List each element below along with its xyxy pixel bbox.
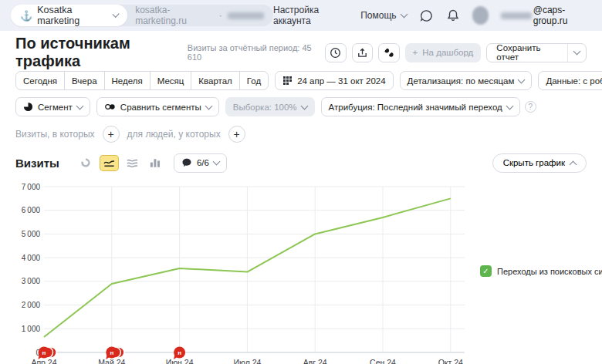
area-chart-type-button[interactable] bbox=[123, 155, 142, 171]
account-settings-link[interactable]: Настройка аккаунта bbox=[273, 5, 348, 26]
counter-domain: kosatka-marketing.ru bbox=[135, 5, 214, 26]
detail-label: Детализация: по месяцам bbox=[408, 76, 515, 86]
period-month-button[interactable]: Месяц bbox=[150, 71, 192, 90]
goals-button[interactable] bbox=[378, 43, 400, 62]
counter-switcher: ⚓ Kosatka marketing kosatka-marketing.ru… bbox=[11, 5, 273, 26]
page-title: По источникам трафика bbox=[15, 35, 188, 70]
chart-header: Визиты 6/6 Скрыть график bbox=[15, 153, 587, 173]
avatar[interactable] bbox=[472, 6, 489, 25]
period-today-button[interactable]: Сегодня bbox=[15, 71, 65, 90]
export-icon bbox=[357, 47, 368, 59]
sampling-select[interactable]: Выборка: 100% bbox=[225, 97, 315, 116]
save-report-dropdown[interactable] bbox=[567, 44, 586, 62]
help-label: Помощь bbox=[360, 10, 396, 21]
plus-icon: + bbox=[107, 128, 113, 140]
svg-text:Апр 24: Апр 24 bbox=[31, 358, 56, 364]
date-range-button[interactable]: 24 апр — 31 окт 2024 bbox=[275, 71, 393, 90]
data-mode-select[interactable]: Данные: с роботами bbox=[538, 71, 602, 90]
period-year-button[interactable]: Год bbox=[239, 71, 269, 90]
columns-chart-icon bbox=[150, 158, 161, 168]
chat-bubble-icon bbox=[419, 8, 434, 23]
legend-item[interactable]: ✓ Переходы из поисковых систем bbox=[480, 265, 602, 277]
period-yesterday-button[interactable]: Вчера bbox=[64, 71, 104, 90]
svg-text:Июл 24: Июл 24 bbox=[233, 358, 261, 364]
svg-text:4 000: 4 000 bbox=[22, 254, 41, 262]
data-mode-label: Данные: с роботами bbox=[546, 76, 602, 86]
segment-button[interactable]: Сегмент bbox=[15, 97, 90, 116]
hide-chart-label: Скрыть график bbox=[503, 158, 565, 167]
add-visits-filter-button[interactable]: + bbox=[103, 126, 120, 143]
chevron-down-icon bbox=[400, 11, 408, 19]
help-menu[interactable]: Помощь bbox=[360, 10, 406, 21]
user-email[interactable]: @caps-group.ru bbox=[501, 5, 591, 26]
svg-text:н: н bbox=[110, 349, 113, 356]
metric-title: Визиты bbox=[15, 157, 59, 170]
svg-text:н: н bbox=[42, 349, 46, 356]
bell-icon bbox=[446, 8, 460, 22]
compare-segments-button[interactable]: Сравнить сегменты bbox=[96, 97, 219, 116]
chevron-down-icon bbox=[212, 158, 220, 166]
pie-chart-type-button[interactable] bbox=[76, 155, 96, 171]
svg-text:5 000: 5 000 bbox=[22, 230, 41, 238]
check-icon: ✓ bbox=[482, 267, 489, 275]
chevron-down-icon bbox=[300, 102, 308, 110]
chevron-down-icon bbox=[112, 11, 119, 18]
note-marker[interactable]: н bbox=[106, 347, 124, 360]
counter-select[interactable]: ⚓ Kosatka marketing bbox=[11, 5, 127, 26]
visits-period-summary: Визиты за отчётный период: 45 610 bbox=[188, 43, 316, 62]
add-people-filter-button[interactable]: + bbox=[228, 126, 245, 143]
attribution-select[interactable]: Атрибуция: Последний значимый переход bbox=[321, 97, 520, 116]
period-quarter-button[interactable]: Квартал bbox=[191, 71, 239, 90]
chat-button[interactable] bbox=[419, 8, 434, 23]
pie-segment-icon bbox=[23, 102, 33, 112]
svg-text:3 000: 3 000 bbox=[22, 277, 41, 285]
save-report-label: Сохранить отчет bbox=[496, 43, 557, 62]
blurred-counter-id bbox=[228, 12, 264, 19]
column-chart-type-button[interactable] bbox=[146, 155, 165, 171]
double-teardrop-icon bbox=[383, 47, 394, 59]
anchor-icon: ⚓ bbox=[20, 11, 32, 21]
note-marker[interactable]: н bbox=[39, 347, 57, 360]
svg-text:Июн 24: Июн 24 bbox=[166, 358, 194, 364]
period-row: Сегодня Вчера Неделя Месяц Квартал Год 2… bbox=[15, 71, 587, 90]
notifications-button[interactable] bbox=[446, 8, 460, 22]
svg-text:н: н bbox=[178, 349, 181, 356]
topbar-right: Настройка аккаунта Помощь @caps-group.ru bbox=[273, 5, 591, 26]
hide-chart-button[interactable]: Скрыть график bbox=[492, 153, 587, 173]
detail-select[interactable]: Детализация: по месяцам bbox=[400, 71, 533, 90]
chevron-down-icon bbox=[506, 102, 513, 110]
account-settings-label: Настройка аккаунта bbox=[273, 5, 348, 26]
svg-text:Авг 24: Авг 24 bbox=[303, 358, 327, 364]
series-count-select[interactable]: 6/6 bbox=[174, 153, 227, 173]
svg-text:6 000: 6 000 bbox=[22, 206, 41, 214]
chart-area: 01 0002 0003 0004 0005 0006 0007 000Апр … bbox=[15, 179, 587, 364]
visits-period-label: Визиты за отчётный период: bbox=[188, 43, 300, 52]
schedule-button[interactable] bbox=[325, 43, 347, 62]
report-title-row: По источникам трафика Визиты за отчётный… bbox=[15, 41, 587, 64]
blurred-user-name bbox=[501, 12, 532, 19]
legend-checkbox[interactable]: ✓ bbox=[480, 265, 492, 277]
period-week-button[interactable]: Неделя bbox=[104, 71, 150, 90]
help-question-icon[interactable]: ? bbox=[525, 101, 536, 113]
svg-text:2 000: 2 000 bbox=[22, 301, 41, 309]
plus-icon: + bbox=[413, 48, 418, 57]
chart-type-switcher: 6/6 bbox=[76, 153, 227, 173]
export-button[interactable] bbox=[352, 43, 374, 62]
counter-domain-group: kosatka-marketing.ru · bbox=[135, 5, 264, 26]
save-report-button[interactable]: Сохранить отчет bbox=[487, 44, 566, 62]
svg-text:Сен 24: Сен 24 bbox=[370, 358, 396, 364]
compare-segments-icon bbox=[104, 102, 116, 112]
period-segmented-control: Сегодня Вчера Неделя Месяц Квартал Год bbox=[15, 71, 269, 90]
segment-row: Сегмент Сравнить сегменты Выборка: 100% … bbox=[15, 97, 587, 116]
donut-chart-icon bbox=[80, 157, 91, 168]
topbar: ⚓ Kosatka marketing kosatka-marketing.ru… bbox=[0, 0, 602, 31]
chevron-down-icon bbox=[76, 102, 83, 110]
dot-separator: · bbox=[219, 10, 222, 21]
calendar-grid-icon bbox=[282, 76, 293, 86]
svg-text:Окт 24: Окт 24 bbox=[438, 358, 463, 364]
filters-row: Визиты, в которых + для людей, у которых… bbox=[15, 125, 587, 143]
line-chart-type-button[interactable] bbox=[100, 155, 119, 171]
user-email-suffix: @caps-group.ru bbox=[533, 5, 591, 26]
add-to-dashboard-button[interactable]: + На дашборд bbox=[405, 43, 482, 62]
speech-bubble-icon bbox=[181, 158, 192, 167]
